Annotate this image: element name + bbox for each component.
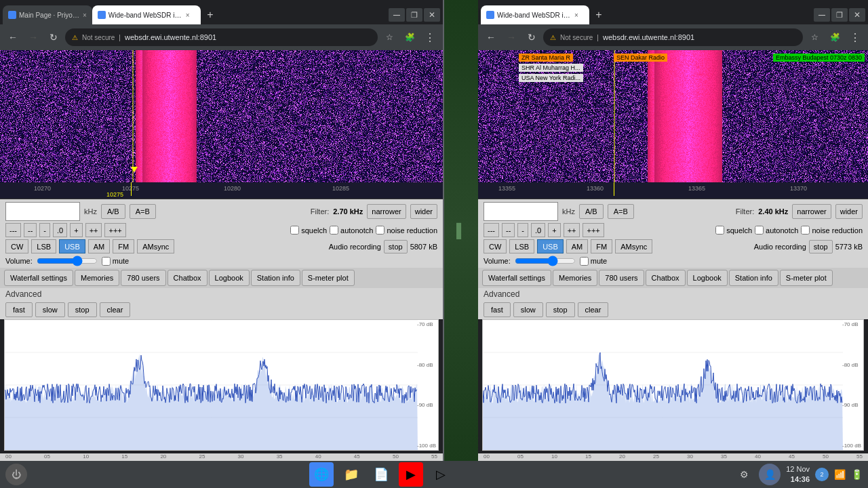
tune-btn-right-5[interactable]: ++ — [564, 223, 580, 237]
tab-memories-left[interactable]: Memories — [75, 270, 119, 286]
address-bar-right[interactable]: ⚠ Not secure | websdr.ewi.utwente.nl:890… — [543, 28, 803, 46]
settings-icon[interactable]: ⚙ — [734, 465, 753, 484]
forward-btn-left[interactable]: → — [24, 28, 42, 46]
ab-btn-left[interactable]: A/B — [101, 204, 125, 219]
back-btn-right[interactable]: ← — [482, 28, 500, 46]
spec-fast-right[interactable]: fast — [484, 302, 511, 317]
taskbar-youtube[interactable]: ▶ — [399, 462, 423, 487]
squelch-cb-right[interactable]: squelch — [715, 226, 752, 235]
menu-btn-left[interactable]: ⋮ — [421, 28, 439, 46]
mode-am-right[interactable]: AM — [566, 239, 589, 253]
back-btn-left[interactable]: ← — [4, 28, 22, 46]
new-tab-btn-left[interactable]: + — [201, 5, 220, 24]
bookmark-btn-left[interactable]: ☆ — [380, 28, 398, 46]
mode-cw-right[interactable]: CW — [484, 239, 507, 253]
extension-btn-left[interactable]: 🧩 — [401, 28, 418, 46]
mute-label-right[interactable]: mute — [580, 257, 607, 266]
tab-left-1-close[interactable]: × — [83, 12, 87, 19]
tab-chatbox-right[interactable]: Chatbox — [646, 270, 686, 286]
avatar[interactable]: 👤 — [759, 464, 781, 485]
spec-clear-left[interactable]: clear — [100, 302, 131, 317]
frequency-input-left[interactable]: 10274.00 — [5, 202, 80, 221]
mode-usb-right[interactable]: USB — [537, 239, 564, 253]
mode-usb-left[interactable]: USB — [59, 239, 85, 253]
tab-left-2-close[interactable]: × — [186, 12, 190, 19]
mute-label-left[interactable]: mute — [102, 257, 129, 266]
tab-logbook-right[interactable]: Logbook — [687, 270, 728, 286]
aeb-btn-right[interactable]: A=B — [608, 204, 634, 219]
mode-am-left[interactable]: AM — [88, 239, 111, 253]
tab-left-2[interactable]: Wide-band WebSDR in Ens... × — [92, 5, 201, 24]
ab-btn-right[interactable]: A/B — [579, 204, 604, 219]
noise-reduction-cb-right[interactable]: noise reduction — [801, 226, 863, 235]
tune-btn-right-0[interactable]: --- — [484, 223, 499, 237]
reload-btn-left[interactable]: ↻ — [45, 28, 62, 46]
mode-cw-left[interactable]: CW — [5, 239, 28, 253]
tune-btn-left-4[interactable]: + — [70, 223, 82, 237]
close-btn-right[interactable]: ✕ — [849, 8, 865, 22]
wider-btn-right[interactable]: wider — [835, 204, 863, 219]
tune-btn-right-2[interactable]: - — [517, 223, 528, 237]
taskbar-play[interactable]: ▷ — [429, 462, 453, 487]
frequency-input-right[interactable]: 13363.00 — [484, 202, 558, 221]
tab-waterfall-settings-right[interactable]: Waterfall settings — [482, 270, 551, 286]
narrower-btn-right[interactable]: narrower — [792, 204, 831, 219]
minimize-btn-left[interactable]: ─ — [389, 8, 405, 22]
tune-btn-left-1[interactable]: -- — [24, 223, 37, 237]
spec-clear-right[interactable]: clear — [578, 302, 609, 317]
restore-btn-left[interactable]: ❐ — [406, 8, 422, 22]
aeb-btn-left[interactable]: A=B — [130, 204, 156, 219]
tab-users-left[interactable]: 780 users — [121, 270, 165, 286]
noise-reduction-cb-left[interactable]: noise reduction — [376, 226, 437, 235]
tune-btn-right-4[interactable]: + — [548, 223, 560, 237]
new-tab-btn-right[interactable]: + — [589, 5, 608, 24]
spec-slow-left[interactable]: slow — [35, 302, 65, 317]
tune-btn-right-6[interactable]: +++ — [583, 223, 604, 237]
tab-right-1-close[interactable]: × — [574, 12, 578, 19]
tune-btn-left-5[interactable]: ++ — [85, 223, 102, 237]
bookmark-btn-right[interactable]: ☆ — [806, 28, 823, 46]
tune-btn-right-1[interactable]: -- — [502, 223, 515, 237]
wifi-icon[interactable]: 📶 — [834, 469, 846, 480]
tab-smeter-right[interactable]: S-meter plot — [780, 270, 833, 286]
volume-slider-left[interactable] — [37, 256, 98, 266]
spec-stop-left[interactable]: stop — [68, 302, 97, 317]
restore-btn-right[interactable]: ❐ — [831, 8, 848, 22]
tab-waterfall-settings-left[interactable]: Waterfall settings — [4, 270, 73, 286]
tune-btn-left-2[interactable]: - — [39, 223, 50, 237]
tune-btn-left-0[interactable]: --- — [5, 223, 21, 237]
tab-smeter-left[interactable]: S-meter plot — [302, 270, 355, 286]
extension-btn-right[interactable]: 🧩 — [826, 28, 844, 46]
tab-users-right[interactable]: 780 users — [599, 270, 644, 286]
tab-logbook-left[interactable]: Logbook — [209, 270, 250, 286]
tab-chatbox-left[interactable]: Chatbox — [167, 270, 208, 286]
mode-lsb-left[interactable]: LSB — [31, 239, 56, 253]
tune-btn-right-3[interactable]: .0 — [531, 223, 545, 237]
wider-btn-left[interactable]: wider — [410, 204, 437, 219]
taskbar-files[interactable]: 📁 — [339, 462, 363, 487]
tune-btn-left-6[interactable]: +++ — [104, 223, 125, 237]
mode-amsync-left[interactable]: AMsync — [137, 239, 174, 253]
mode-fm-right[interactable]: FM — [591, 239, 612, 253]
tab-station-info-left[interactable]: Station info — [251, 270, 300, 286]
mode-lsb-right[interactable]: LSB — [509, 239, 534, 253]
tab-right-1[interactable]: Wide-band WebSDR in Ens... × — [481, 5, 589, 24]
power-icon[interactable]: ⏻ — [5, 464, 27, 485]
mode-amsync-right[interactable]: AMsync — [615, 239, 652, 253]
reload-btn-right[interactable]: ↻ — [523, 28, 540, 46]
menu-btn-right[interactable]: ⋮ — [846, 28, 864, 46]
tab-memories-right[interactable]: Memories — [553, 270, 597, 286]
tune-btn-left-3[interactable]: .0 — [53, 223, 67, 237]
narrower-btn-left[interactable]: narrower — [367, 204, 406, 219]
taskbar-chrome[interactable]: 🌐 — [309, 462, 334, 487]
autonotch-cb-left[interactable]: autonotch — [330, 226, 373, 235]
spec-slow-right[interactable]: slow — [513, 302, 543, 317]
tab-station-info-right[interactable]: Station info — [729, 270, 778, 286]
spec-fast-left[interactable]: fast — [5, 302, 33, 317]
notification-icon[interactable]: 2 — [815, 468, 829, 481]
forward-btn-right[interactable]: → — [502, 28, 520, 46]
tab-left-1[interactable]: Main Page · Priyom.org × — [3, 5, 92, 24]
stop-recording-btn-left[interactable]: stop — [384, 240, 408, 253]
mode-fm-left[interactable]: FM — [113, 239, 134, 253]
close-btn-left[interactable]: ✕ — [424, 8, 440, 22]
